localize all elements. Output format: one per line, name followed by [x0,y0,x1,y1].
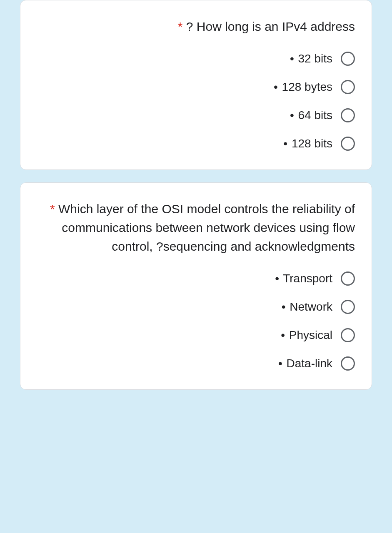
option-row[interactable]: • 128 bits [283,137,355,151]
option-row[interactable]: • 32 bits [290,52,355,66]
option-label: • Physical [281,329,332,342]
option-label: • 128 bytes [274,80,332,94]
radio-button[interactable] [341,271,355,286]
option-label: • 32 bits [290,52,332,65]
option-row[interactable]: • 64 bits [290,108,355,122]
option-label: • 64 bits [290,109,332,122]
option-row[interactable]: • Data-link [278,356,355,371]
option-row[interactable]: • 128 bytes [274,80,355,94]
option-label: • Network [282,300,332,314]
radio-button[interactable] [341,328,355,342]
required-marker: * [50,202,55,216]
required-marker: * [178,20,183,33]
question-text: Which layer of the OSI model controls th… [58,202,355,253]
radio-button[interactable] [341,80,355,94]
radio-button[interactable] [341,356,355,371]
options-group: • Transport • Network • Physical • Data-… [37,271,355,371]
option-row[interactable]: • Physical [281,328,355,342]
question-title: * Which layer of the OSI model controls … [37,199,355,256]
option-row[interactable]: • Network [282,300,355,314]
radio-button[interactable] [341,300,355,314]
radio-button[interactable] [341,137,355,151]
question-card-1: * ? How long is an IPv4 address • 32 bit… [20,0,372,170]
option-row[interactable]: • Transport [275,271,355,286]
options-group: • 32 bits • 128 bytes • 64 bits • 128 bi… [37,52,355,151]
option-label: • Transport [275,272,332,285]
question-title: * ? How long is an IPv4 address [37,17,355,36]
option-label: • 128 bits [283,137,332,150]
radio-button[interactable] [341,108,355,122]
question-card-2: * Which layer of the OSI model controls … [20,182,372,390]
question-text: ? How long is an IPv4 address [186,20,355,33]
radio-button[interactable] [341,52,355,66]
option-label: • Data-link [278,357,332,370]
